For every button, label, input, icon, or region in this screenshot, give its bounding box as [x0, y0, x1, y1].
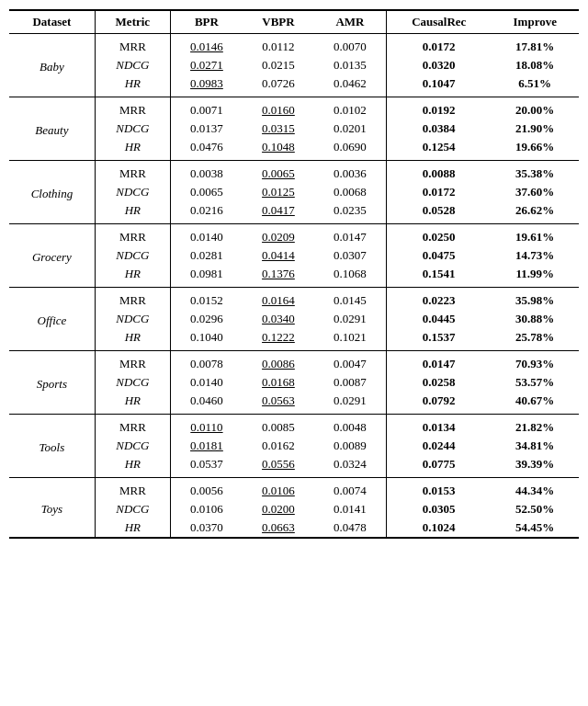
amr-cell: 0.0068	[314, 183, 387, 201]
causalrec-cell: 0.0792	[387, 392, 492, 415]
causalrec-cell: 0.0250	[387, 224, 492, 247]
metric-cell: HR	[95, 392, 170, 415]
dataset-cell: Clothing	[9, 161, 95, 224]
improve-cell: 37.60%	[491, 183, 579, 201]
metric-cell: HR	[95, 74, 170, 97]
vbpr-cell: 0.0209	[243, 224, 314, 247]
vbpr-cell: 0.0563	[243, 392, 314, 415]
causalrec-cell: 0.0320	[387, 56, 492, 74]
metric-cell: NDCG	[95, 56, 170, 74]
metric-cell: MRR	[95, 34, 170, 57]
vbpr-cell: 0.1376	[243, 265, 314, 288]
causalrec-cell: 0.0475	[387, 246, 492, 265]
vbpr-cell: 0.0215	[243, 56, 314, 74]
bpr-cell: 0.0140	[170, 224, 243, 247]
vbpr-cell: 0.0106	[243, 478, 314, 501]
table-row: NDCG0.02810.04140.03070.047514.73%	[9, 246, 579, 265]
causalrec-cell: 0.0088	[387, 161, 492, 184]
metric-cell: MRR	[95, 478, 170, 501]
amr-cell: 0.0135	[314, 56, 387, 74]
header-vbpr: VBPR	[243, 10, 314, 34]
header-dataset: Dataset	[9, 10, 95, 34]
causalrec-cell: 0.1541	[387, 265, 492, 288]
table-row: NDCG0.02710.02150.01350.032018.08%	[9, 56, 579, 74]
causalrec-cell: 0.1047	[387, 74, 492, 97]
vbpr-cell: 0.0315	[243, 120, 314, 138]
dataset-cell: Toys	[9, 478, 95, 539]
causalrec-cell: 0.0147	[387, 351, 492, 374]
header-amr: AMR	[314, 10, 387, 34]
metric-cell: HR	[95, 138, 170, 161]
amr-cell: 0.0089	[314, 437, 387, 455]
table-row: HR0.09810.13760.10680.154111.99%	[9, 265, 579, 288]
improve-cell: 25.78%	[491, 328, 579, 351]
bpr-cell: 0.0296	[170, 310, 243, 328]
table-row: HR0.04600.05630.02910.079240.67%	[9, 392, 579, 415]
causalrec-cell: 0.1537	[387, 328, 492, 351]
table-row: NDCG0.01400.01680.00870.025853.57%	[9, 373, 579, 392]
dataset-cell: Tools	[9, 415, 95, 478]
bpr-cell: 0.0137	[170, 120, 243, 138]
metric-cell: MRR	[95, 224, 170, 247]
amr-cell: 0.0291	[314, 392, 387, 415]
bpr-cell: 0.0271	[170, 56, 243, 74]
metric-cell: MRR	[95, 161, 170, 184]
improve-cell: 39.39%	[491, 455, 579, 478]
bpr-cell: 0.0476	[170, 138, 243, 161]
vbpr-cell: 0.0200	[243, 500, 314, 518]
vbpr-cell: 0.0556	[243, 455, 314, 478]
metric-cell: NDCG	[95, 183, 170, 201]
bpr-cell: 0.0152	[170, 288, 243, 311]
bpr-cell: 0.0038	[170, 161, 243, 184]
vbpr-cell: 0.0112	[243, 34, 314, 57]
metric-cell: NDCG	[95, 310, 170, 328]
causalrec-cell: 0.0192	[387, 97, 492, 120]
causalrec-cell: 0.0775	[387, 455, 492, 478]
table-row: NDCG0.01060.02000.01410.030552.50%	[9, 500, 579, 518]
improve-cell: 11.99%	[491, 265, 579, 288]
improve-cell: 14.73%	[491, 246, 579, 265]
causalrec-cell: 0.0384	[387, 120, 492, 138]
causalrec-cell: 0.0258	[387, 373, 492, 392]
improve-cell: 21.82%	[491, 415, 579, 438]
vbpr-cell: 0.0726	[243, 74, 314, 97]
causalrec-cell: 0.0528	[387, 201, 492, 224]
improve-cell: 52.50%	[491, 500, 579, 518]
metric-cell: MRR	[95, 97, 170, 120]
improve-cell: 34.81%	[491, 437, 579, 455]
amr-cell: 0.0048	[314, 415, 387, 438]
dataset-cell: Grocery	[9, 224, 95, 288]
bpr-cell: 0.0056	[170, 478, 243, 501]
amr-cell: 0.0690	[314, 138, 387, 161]
bpr-cell: 0.0140	[170, 373, 243, 392]
table-row: GroceryMRR0.01400.02090.01470.025019.61%	[9, 224, 579, 247]
table-row: HR0.03700.06630.04780.102454.45%	[9, 518, 579, 538]
table-row: HR0.02160.04170.02350.052826.62%	[9, 201, 579, 224]
table-row: HR0.04760.10480.06900.125419.66%	[9, 138, 579, 161]
improve-cell: 18.08%	[491, 56, 579, 74]
amr-cell: 0.0462	[314, 74, 387, 97]
bpr-cell: 0.0071	[170, 97, 243, 120]
header-bpr: BPR	[170, 10, 243, 34]
vbpr-cell: 0.0065	[243, 161, 314, 184]
improve-cell: 21.90%	[491, 120, 579, 138]
improve-cell: 54.45%	[491, 518, 579, 538]
metric-cell: HR	[95, 518, 170, 538]
amr-cell: 0.0324	[314, 455, 387, 478]
metric-cell: NDCG	[95, 500, 170, 518]
table-row: OfficeMRR0.01520.01640.01450.022335.98%	[9, 288, 579, 311]
header-improve: Improve	[491, 10, 579, 34]
table-row: BeautyMRR0.00710.01600.01020.019220.00%	[9, 97, 579, 120]
table-row: SportsMRR0.00780.00860.00470.014770.93%	[9, 351, 579, 374]
amr-cell: 0.0307	[314, 246, 387, 265]
amr-cell: 0.0036	[314, 161, 387, 184]
metric-cell: HR	[95, 328, 170, 351]
improve-cell: 35.38%	[491, 161, 579, 184]
improve-cell: 19.66%	[491, 138, 579, 161]
causalrec-cell: 0.1254	[387, 138, 492, 161]
vbpr-cell: 0.0414	[243, 246, 314, 265]
amr-cell: 0.0291	[314, 310, 387, 328]
amr-cell: 0.0478	[314, 518, 387, 538]
improve-cell: 20.00%	[491, 97, 579, 120]
table-row: HR0.10400.12220.10210.153725.78%	[9, 328, 579, 351]
